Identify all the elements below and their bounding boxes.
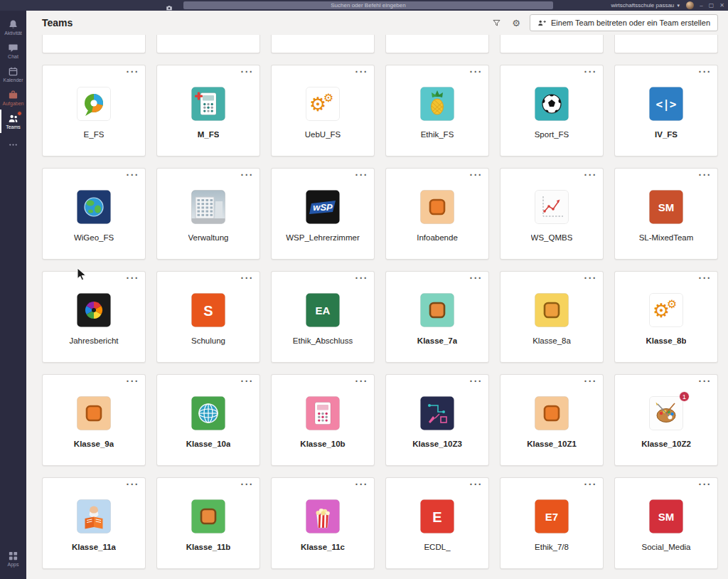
team-avatar[interactable] <box>535 87 569 121</box>
team-avatar[interactable]: wSP <box>306 190 340 224</box>
team-options-button[interactable]: ··· <box>699 272 712 284</box>
team-options-button[interactable]: ··· <box>584 479 598 490</box>
team-options-button[interactable]: ··· <box>584 272 598 284</box>
team-options-button[interactable]: ··· <box>241 169 255 181</box>
team-card[interactable]: ··· WS_QMBS <box>500 168 604 260</box>
team-avatar[interactable] <box>420 87 454 121</box>
team-avatar[interactable]: ⚙⚙ <box>649 293 683 327</box>
team-card-partial[interactable] <box>385 35 489 53</box>
team-avatar[interactable] <box>77 499 111 533</box>
team-card[interactable]: ··· ⚙⚙ UebU_FS <box>271 65 375 156</box>
team-card[interactable]: ··· Klasse_11c <box>271 477 375 569</box>
team-card[interactable]: ··· E_FS <box>42 65 146 156</box>
minimize-icon[interactable]: – <box>700 0 702 11</box>
team-card-partial[interactable] <box>271 35 375 53</box>
team-avatar[interactable] <box>420 190 454 224</box>
team-options-button[interactable]: ··· <box>699 169 712 181</box>
team-options-button[interactable]: ··· <box>355 272 369 284</box>
team-options-button[interactable]: ··· <box>470 66 483 78</box>
team-options-button[interactable]: ··· <box>355 66 369 78</box>
sidebar-item-calendar[interactable]: Kalender <box>0 63 26 86</box>
team-avatar[interactable]: SM <box>649 190 683 224</box>
team-card[interactable]: ··· SM Social_Media <box>614 477 718 569</box>
team-card[interactable]: ··· Klasse_10b <box>271 374 375 466</box>
team-card[interactable]: ··· SM SL-MixedTeam <box>614 168 718 260</box>
team-avatar[interactable]: ⚙⚙ <box>306 87 340 121</box>
team-options-button[interactable]: ··· <box>241 66 255 78</box>
team-card[interactable]: ··· Klasse_8a <box>500 271 604 363</box>
team-card[interactable]: ··· WiGeo_FS <box>42 168 146 260</box>
team-card[interactable]: ··· M_FS <box>156 65 260 156</box>
team-card[interactable]: ··· Klasse_9a <box>42 374 146 466</box>
team-avatar[interactable] <box>191 190 225 224</box>
sidebar-item-chat[interactable]: Chat <box>0 39 26 63</box>
team-options-button[interactable]: ··· <box>127 479 140 490</box>
team-card[interactable]: ··· Klasse_10Z1 <box>500 374 604 466</box>
team-avatar[interactable]: 1 <box>649 396 683 430</box>
team-options-button[interactable]: ··· <box>584 169 598 181</box>
team-options-button[interactable]: ··· <box>127 66 140 78</box>
team-card[interactable]: ··· Klasse_11b <box>156 477 260 569</box>
team-avatar[interactable] <box>77 190 111 224</box>
camera-icon[interactable] <box>166 1 173 14</box>
team-card[interactable]: ··· Klasse_7a <box>385 271 489 363</box>
team-card[interactable]: ··· EA Ethik_Abschluss <box>271 271 375 363</box>
team-options-button[interactable]: ··· <box>470 272 483 284</box>
team-card[interactable]: ··· E ECDL_ <box>385 477 489 569</box>
maximize-icon[interactable]: ▢ <box>709 0 714 11</box>
team-options-button[interactable]: ··· <box>355 169 369 181</box>
team-options-button[interactable]: ··· <box>241 479 255 490</box>
team-avatar[interactable] <box>191 396 225 430</box>
team-options-button[interactable]: ··· <box>241 376 255 387</box>
team-card[interactable]: ··· S Schulung <box>156 271 260 363</box>
team-card[interactable]: ··· Klasse_11a <box>42 477 146 569</box>
team-avatar[interactable] <box>191 87 225 121</box>
search-input[interactable] <box>183 1 553 9</box>
team-options-button[interactable]: ··· <box>241 272 255 284</box>
team-card-partial[interactable] <box>614 35 718 53</box>
team-avatar[interactable]: S <box>191 293 225 327</box>
avatar[interactable] <box>686 1 694 9</box>
team-options-button[interactable]: ··· <box>584 66 598 78</box>
team-card[interactable]: ··· Klasse_10Z3 <box>385 374 489 466</box>
team-avatar[interactable]: E <box>420 499 454 533</box>
team-card[interactable]: ··· ⚙⚙ Klasse_8b <box>614 271 718 363</box>
sidebar-item-activity[interactable]: Aktivität <box>0 16 26 39</box>
team-avatar[interactable] <box>306 499 340 533</box>
team-avatar[interactable]: E7 <box>535 499 569 533</box>
close-icon[interactable]: ✕ <box>719 0 724 11</box>
team-avatar[interactable]: EA <box>306 293 340 327</box>
team-avatar[interactable] <box>420 396 454 430</box>
team-options-button[interactable]: ··· <box>470 479 483 490</box>
team-options-button[interactable]: ··· <box>699 376 712 387</box>
sidebar-item-assignments[interactable]: Aufgaben <box>0 86 26 110</box>
team-options-button[interactable]: ··· <box>470 376 483 387</box>
org-switcher[interactable]: wirtschaftsschule passau ▼ <box>611 2 680 9</box>
team-avatar[interactable] <box>77 87 111 121</box>
team-card[interactable]: ··· 1 Klasse_10Z2 <box>614 374 718 466</box>
sidebar-item-teams[interactable]: Teams <box>0 110 26 133</box>
team-avatar[interactable]: <|> <box>649 87 683 121</box>
team-card[interactable]: ··· Ethik_FS <box>385 65 489 156</box>
sidebar-item-more[interactable] <box>0 133 26 156</box>
team-avatar[interactable] <box>535 396 569 430</box>
team-options-button[interactable]: ··· <box>127 169 140 181</box>
sidebar-item-apps[interactable]: Apps <box>0 547 26 570</box>
team-avatar[interactable] <box>77 293 111 327</box>
team-card[interactable]: ··· <|> IV_FS <box>614 65 718 156</box>
team-options-button[interactable]: ··· <box>127 272 140 284</box>
team-options-button[interactable]: ··· <box>699 479 712 490</box>
team-options-button[interactable]: ··· <box>584 376 598 387</box>
join-or-create-team-button[interactable]: Einem Team beitreten oder ein Team erste… <box>530 14 718 31</box>
team-card-partial[interactable] <box>156 35 260 53</box>
team-avatar[interactable] <box>535 293 569 327</box>
team-avatar[interactable] <box>535 190 569 224</box>
team-card[interactable]: ··· Jahresbericht <box>42 271 146 363</box>
team-card[interactable]: ··· Klasse_10a <box>156 374 260 466</box>
team-card[interactable]: ··· wSP WSP_Lehrerzimmer <box>271 168 375 260</box>
team-avatar[interactable]: SM <box>649 499 683 533</box>
team-options-button[interactable]: ··· <box>355 479 369 490</box>
team-card-partial[interactable] <box>500 35 604 53</box>
team-avatar[interactable] <box>306 396 340 430</box>
settings-gear-icon[interactable]: ⚙ <box>510 16 523 29</box>
